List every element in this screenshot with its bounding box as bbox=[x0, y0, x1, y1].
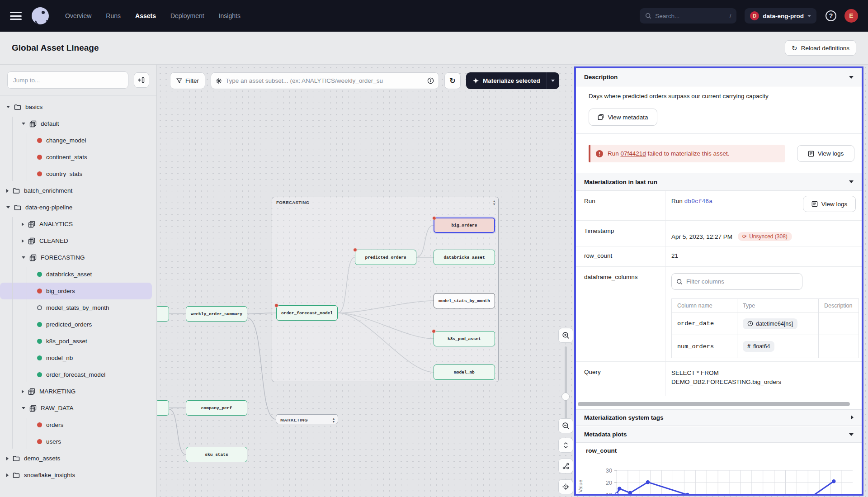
asset-node-big_orders[interactable]: big_orders bbox=[434, 218, 495, 233]
zoom-slider-track[interactable] bbox=[565, 346, 567, 419]
nav-item-runs[interactable]: Runs bbox=[106, 12, 121, 19]
dagster-logo-icon[interactable] bbox=[32, 7, 49, 24]
sidebar-item-orders[interactable]: orders bbox=[0, 417, 156, 433]
nav-item-insights[interactable]: Insights bbox=[219, 12, 241, 19]
logs-icon bbox=[808, 151, 814, 157]
horizontal-scrollbar[interactable] bbox=[578, 402, 850, 406]
caret-down-icon[interactable] bbox=[6, 206, 10, 208]
sidebar-item-default[interactable]: default bbox=[0, 115, 156, 132]
sidebar-item-order_forecast_model[interactable]: order_forecast_model bbox=[0, 366, 156, 383]
sidebar-item-data-eng-pipeline[interactable]: data-eng-pipeline bbox=[0, 199, 156, 216]
system-tags-section-header[interactable]: Materialization system tags bbox=[576, 409, 862, 426]
caret-right-icon[interactable] bbox=[6, 189, 9, 193]
caret-down-icon[interactable] bbox=[22, 123, 25, 125]
caret-right-icon[interactable] bbox=[22, 390, 24, 393]
caret-right-icon[interactable] bbox=[22, 222, 24, 226]
sidebar-item-CLEANED[interactable]: CLEANED bbox=[0, 232, 156, 249]
description-section-header[interactable]: Description bbox=[576, 68, 862, 86]
menu-icon[interactable] bbox=[10, 12, 22, 20]
asset-node-model_stats_by_month[interactable]: model_stats_by_month bbox=[434, 293, 495, 308]
nav-item-assets[interactable]: Assets bbox=[135, 12, 156, 19]
column-header: Column name bbox=[672, 299, 737, 312]
sidebar-item-change_model[interactable]: change_model bbox=[0, 132, 156, 149]
caret-right-icon[interactable] bbox=[22, 239, 24, 243]
asset-node-k8s_pod_asset[interactable]: k8s_pod_asset bbox=[434, 331, 495, 346]
caret-down-icon[interactable] bbox=[22, 407, 25, 409]
help-icon[interactable]: ? bbox=[826, 10, 836, 21]
materialization-section-header[interactable]: Materialization in last run bbox=[576, 173, 862, 191]
sidebar-item-snowflake_insights[interactable]: snowflake_insights bbox=[0, 467, 156, 483]
jump-to-input[interactable] bbox=[7, 71, 128, 89]
materialize-main[interactable]: Materialize selected bbox=[466, 72, 547, 89]
view-logs-button[interactable]: View logs bbox=[797, 145, 854, 162]
asset-node-databricks_asset[interactable]: databricks_asset bbox=[434, 250, 495, 265]
sidebar-item-users[interactable]: users bbox=[0, 433, 156, 450]
asset-subset-input[interactable] bbox=[226, 77, 424, 84]
filter-button[interactable]: Filter bbox=[170, 72, 205, 89]
collapse-groups-button[interactable] bbox=[558, 438, 573, 453]
sidebar-item-demo_assets[interactable]: demo_assets bbox=[0, 450, 156, 467]
sidebar-item-FORECASTING[interactable]: FORECASTING bbox=[0, 249, 156, 266]
sidebar-item-continent_stats[interactable]: continent_stats bbox=[0, 149, 156, 166]
sidebar-item-model_stats_by_month[interactable]: model_stats_by_month bbox=[0, 299, 156, 316]
search-input[interactable]: Search... / bbox=[640, 8, 736, 24]
asset-node-partial[interactable] bbox=[157, 400, 169, 416]
type-pill: #float64 bbox=[743, 341, 774, 352]
asset-node-company_perf[interactable]: company_perf bbox=[186, 400, 247, 416]
sidebar-item-databricks_asset[interactable]: databricks_asset bbox=[0, 266, 156, 283]
sidebar-item-big_orders[interactable]: big_orders bbox=[0, 283, 152, 299]
run-id[interactable]: db0cf46a bbox=[684, 198, 712, 205]
nav-item-deployment[interactable]: Deployment bbox=[170, 12, 204, 19]
unsynced-badge[interactable]: ⟳Unsynced (308) bbox=[738, 232, 792, 241]
asset-node-order_forecast_model[interactable]: order_forecast_model bbox=[276, 305, 338, 321]
asset-node-model_nb[interactable]: model_nb bbox=[434, 364, 495, 380]
avatar[interactable]: E bbox=[844, 9, 858, 23]
materialize-selected-button[interactable]: Materialize selected bbox=[466, 72, 559, 89]
view-logs-button[interactable]: View logs bbox=[803, 196, 856, 212]
chevron-down-icon[interactable] bbox=[849, 76, 854, 79]
sidebar-item-RAW_DATA[interactable]: RAW_DATA bbox=[0, 400, 156, 417]
caret-down-icon[interactable] bbox=[6, 106, 10, 108]
zoom-slider-handle[interactable] bbox=[561, 393, 570, 401]
sidebar-item-ANALYTICS[interactable]: ANALYTICS bbox=[0, 216, 156, 232]
svg-text:10: 10 bbox=[606, 492, 612, 494]
asset-node-weekly_order_summary[interactable]: weekly_order_summary bbox=[186, 306, 247, 322]
info-icon[interactable] bbox=[427, 77, 434, 84]
asset-group-icon bbox=[29, 120, 37, 128]
chevron-down-icon[interactable] bbox=[849, 433, 854, 436]
caret-down-icon[interactable] bbox=[22, 256, 25, 259]
run-id-link[interactable]: 07f4421d bbox=[621, 150, 646, 157]
materialize-dropdown[interactable] bbox=[547, 72, 559, 89]
group-box-marketing[interactable]: MARKETING▴▾ bbox=[276, 414, 338, 424]
asset-node-predicted_orders[interactable]: predicted_orders bbox=[355, 250, 416, 265]
refresh-graph-button[interactable]: ↻ bbox=[444, 72, 461, 89]
caret-right-icon[interactable] bbox=[6, 457, 9, 460]
refresh-icon: ↻ bbox=[792, 45, 797, 52]
caret-right-icon[interactable] bbox=[6, 473, 9, 477]
asset-node-partial[interactable] bbox=[157, 306, 169, 322]
sidebar-item-predicted_orders[interactable]: predicted_orders bbox=[0, 316, 156, 333]
zoom-out-button[interactable] bbox=[558, 418, 573, 433]
locate-button[interactable] bbox=[558, 479, 573, 494]
view-metadata-button[interactable]: View metadata bbox=[589, 109, 657, 126]
sidebar-item-basics[interactable]: basics bbox=[0, 99, 156, 115]
metadata-plots-section-header[interactable]: Metadata plots bbox=[576, 426, 862, 443]
nav-item-overview[interactable]: Overview bbox=[65, 12, 91, 19]
sidebar-item-batch_enrichment[interactable]: batch_enrichment bbox=[0, 182, 156, 199]
collapse-group-icon[interactable]: ▴▾ bbox=[493, 199, 495, 206]
sidebar-item-MARKETING[interactable]: MARKETING bbox=[0, 383, 156, 400]
deployment-switcher[interactable]: D data-eng-prod bbox=[745, 8, 816, 24]
filter-columns-input[interactable] bbox=[686, 278, 797, 285]
reload-definitions-button[interactable]: ↻ Reload definitions bbox=[785, 40, 856, 56]
zoom-in-button[interactable] bbox=[558, 328, 573, 343]
sidebar-item-k8s_pod_asset[interactable]: k8s_pod_asset bbox=[0, 333, 156, 350]
sidebar-item-country_stats[interactable]: country_stats bbox=[0, 166, 156, 182]
collapse-sidebar-button[interactable] bbox=[134, 72, 149, 88]
chevron-down-icon[interactable] bbox=[849, 180, 854, 183]
graph-layout-button[interactable] bbox=[558, 459, 573, 473]
chevron-right-icon[interactable] bbox=[851, 415, 854, 420]
expand-group-icon[interactable]: ▴▾ bbox=[333, 417, 335, 423]
sidebar-item-model_nb[interactable]: model_nb bbox=[0, 350, 156, 366]
status-dot-ok bbox=[37, 272, 42, 277]
asset-node-sku_stats[interactable]: sku_stats bbox=[186, 447, 247, 462]
